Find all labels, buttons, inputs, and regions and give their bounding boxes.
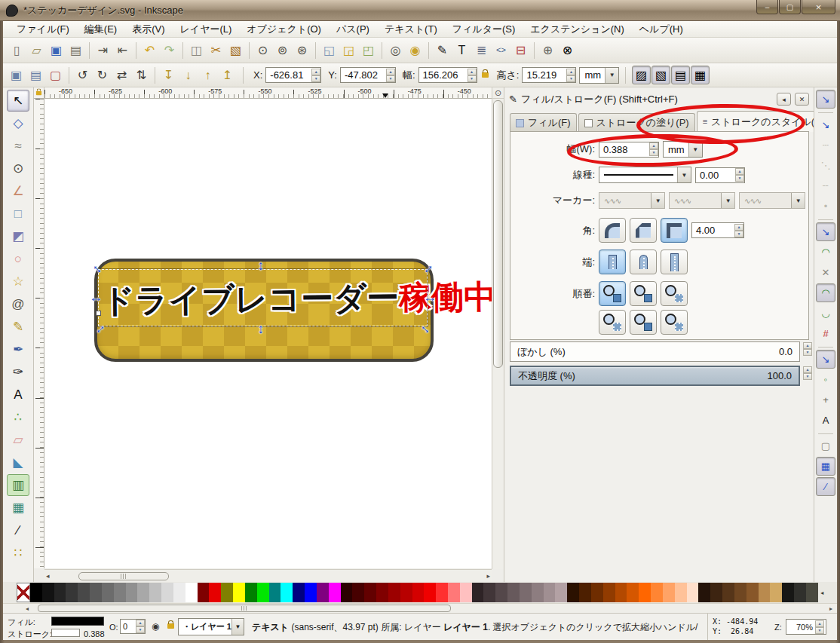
palette-swatch[interactable] [424,583,436,602]
tool-spiral[interactable]: @ [7,293,29,315]
start-marker-select[interactable]: ∿∿∿▼ [599,192,665,209]
text-dialog-icon[interactable]: T [452,41,471,60]
cap-round-button[interactable] [630,250,657,274]
palette-scroll-left-icon[interactable]: ◂ [26,605,29,612]
unit-select[interactable]: mm▼ [579,67,619,84]
transform-pattern-toggle[interactable]: ▦ [691,66,710,84]
height-input[interactable]: 15.219▲▼ [522,67,576,83]
palette-swatch[interactable] [567,583,579,602]
zoom-input[interactable]: 70%▲▼ [786,619,826,635]
miter-limit-input[interactable]: 4.00▲▼ [691,222,744,238]
palette-swatch[interactable] [675,583,687,602]
x-spinner[interactable]: ▲▼ [311,69,320,82]
snap-bbox-edge-midpoints[interactable]: ╌ [816,176,835,195]
palette-swatch[interactable] [555,583,567,602]
minimize-button[interactable]: – [756,0,778,14]
transform-stroke-toggle[interactable]: ▨ [632,66,651,84]
snap-text-baseline[interactable]: A [816,411,835,430]
width-input[interactable]: 156.206▲▼ [418,67,477,83]
snap-bbox-edges[interactable]: ┄ [816,136,835,155]
preferences-icon[interactable]: ⊕ [538,41,557,60]
scroll-left-icon[interactable]: ◂ [46,572,50,580]
snap-smooth-nodes[interactable]: ◡ [816,304,835,323]
snap-page-border[interactable]: ▢ [816,436,835,455]
tool-3dbox[interactable]: ◩ [7,225,29,247]
join-round-button[interactable] [599,218,626,243]
menu-text[interactable]: テキスト(T) [377,21,445,38]
menu-help[interactable]: ヘルプ(H) [632,21,691,38]
align-dialog-icon[interactable]: ⊟ [511,41,530,60]
palette-swatch[interactable] [722,583,734,602]
vertical-scroll-thumb[interactable] [493,100,503,368]
palette-swatch[interactable] [759,583,771,602]
palette-swatch[interactable] [221,583,233,602]
input-devices-icon[interactable]: ⊗ [558,41,577,60]
select-all-layers-icon[interactable]: ▤ [26,66,45,84]
palette-swatch[interactable] [233,583,245,602]
x-input[interactable]: -626.81▲▼ [265,67,321,83]
palette-swatch[interactable] [173,583,185,602]
close-button[interactable]: × [802,0,835,14]
palette-swatch[interactable] [329,583,341,602]
width-spinner[interactable]: ▲▼ [468,69,477,82]
panel-close-button[interactable]: ✕ [795,93,809,106]
order-fill-stroke-markers-button[interactable] [599,281,626,306]
paste-icon[interactable]: ▧ [226,41,245,60]
import-icon[interactable]: ⇥ [94,41,112,60]
menu-edit[interactable]: 編集(E) [77,21,124,38]
palette-swatch[interactable] [448,583,460,602]
tool-star[interactable]: ☆ [7,271,29,292]
snap-grid[interactable]: ▦ [816,457,835,476]
palette-swatch[interactable] [472,583,484,602]
order-stroke-markers-fill-button[interactable] [630,310,657,335]
opacity-spinner[interactable]: ▲▼ [803,366,814,380]
zoom-selection-icon[interactable]: ⊙ [253,41,272,60]
tool-paint-bucket[interactable]: ◣ [7,452,29,473]
menu-path[interactable]: パス(P) [329,21,377,38]
palette-swatch-none[interactable] [17,583,30,602]
height-spinner[interactable]: ▲▼ [566,69,575,82]
snap-nodes[interactable]: ↘ [816,222,835,241]
tool-calligraphy[interactable]: ✑ [7,361,29,383]
menu-filters[interactable]: フィルター(S) [445,21,523,38]
tool-mesh-gradient[interactable]: ▦ [7,497,29,519]
tab-stroke-style[interactable]: ≡ストロークのスタイル(Y) [697,111,831,132]
palette-swatch[interactable] [520,583,532,602]
zoom-drawing-icon[interactable]: ⊚ [273,41,292,60]
palette-swatch[interactable] [30,583,42,602]
palette-swatch[interactable] [400,583,412,602]
redo-icon[interactable]: ↷ [160,41,179,60]
tool-pen[interactable]: ✒ [7,338,29,360]
palette-swatch[interactable] [293,583,305,602]
palette-swatch[interactable] [698,583,710,602]
stroke-width-input[interactable]: 0.388▲▼ [599,142,659,158]
scroll-right-icon[interactable]: ▸ [486,572,490,580]
scale-handle-top[interactable]: ↔ [256,259,270,273]
palette-swatch[interactable] [126,583,138,602]
palette-swatch[interactable] [710,583,722,602]
stroke-color-swatch[interactable] [51,629,80,637]
palette-swatch[interactable] [149,583,161,602]
order-markers-stroke-fill-button[interactable] [661,310,688,335]
palette-swatch[interactable] [544,583,556,602]
dash-pattern-select[interactable]: ▼ [599,167,691,183]
cap-square-button[interactable] [661,250,688,274]
layer-lock-icon[interactable] [167,623,174,629]
quick-zoom-icon[interactable]: ⊙ [492,87,504,99]
scale-handle-right[interactable]: ↔ [423,290,437,304]
tool-selector[interactable]: ↖ [7,90,29,112]
palette-swatch[interactable] [806,583,818,602]
tool-pencil[interactable]: ✎ [7,316,29,338]
snap-guides[interactable]: ∕ [816,477,835,496]
tool-dropper[interactable]: ∕ [7,519,29,541]
order-markers-fill-stroke-button[interactable] [661,281,688,306]
palette-swatch[interactable] [687,583,699,602]
palette-swatch[interactable] [388,583,400,602]
palette-swatch[interactable] [627,583,639,602]
cut-icon[interactable]: ✂ [207,41,225,60]
ruler-corner[interactable] [34,87,44,99]
order-fill-markers-stroke-button[interactable] [599,310,626,335]
snap-path-intersections[interactable]: ✕ [816,263,835,282]
snap-path[interactable]: ◠ [816,243,835,262]
unlink-clone-icon[interactable]: ◰ [359,41,378,60]
